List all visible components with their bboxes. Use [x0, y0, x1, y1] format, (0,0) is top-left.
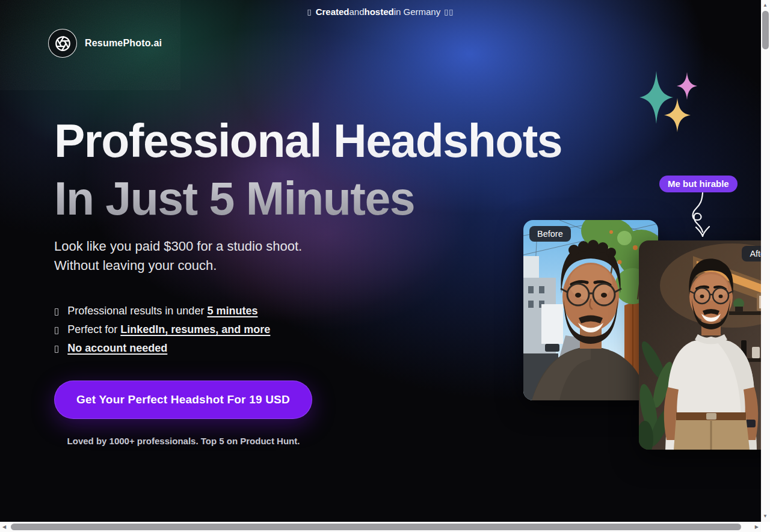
- hero-section: Professional Headshots In Just 5 Minutes…: [54, 112, 602, 446]
- vertical-scrollbar-thumb[interactable]: [762, 11, 769, 49]
- check-missing-glyph: ▯: [54, 343, 60, 353]
- feature-text: Perfect for: [67, 323, 120, 335]
- feature-highlight: No account needed: [67, 342, 167, 354]
- subheadline: Look like you paid $300 for a studio sho…: [54, 237, 602, 275]
- banner-created: Created: [316, 7, 350, 17]
- feature-list: ▯Professional results in under 5 minutes…: [54, 302, 602, 358]
- browser-viewport: ▯Created and hosted in Germany▯▯ ResumeP…: [0, 0, 770, 532]
- scroll-left-arrow[interactable]: ◀: [2, 525, 6, 530]
- logo[interactable]: ResumePhoto.ai: [48, 29, 162, 58]
- check-missing-glyph: ▯: [54, 306, 60, 316]
- feature-item-speed: ▯Professional results in under 5 minutes: [54, 302, 602, 320]
- headline-line-1: Professional Headshots: [54, 112, 602, 170]
- scroll-up-arrow[interactable]: ▲: [763, 3, 768, 8]
- me-but-hirable-badge: Me but hirable: [659, 176, 738, 192]
- flag-missing-glyph: ▯: [307, 7, 312, 16]
- subhead-line-2: Without leaving your couch.: [54, 256, 602, 275]
- feature-highlight: LinkedIn, resumes, and more: [120, 323, 270, 335]
- feature-item-no-account: ▯No account needed: [54, 339, 602, 358]
- feature-text: Professional results in under: [67, 305, 207, 317]
- after-photo-card: After: [639, 240, 761, 450]
- headline-line-2: In Just 5 Minutes: [54, 170, 602, 227]
- subhead-line-1: Look like you paid $300 for a studio sho…: [54, 237, 602, 256]
- social-proof-text: Loved by 1000+ professionals. Top 5 on P…: [54, 436, 313, 446]
- feature-highlight: 5 minutes: [207, 305, 257, 317]
- get-headshot-button[interactable]: Get Your Perfect Headshot For 19 USD: [54, 381, 312, 419]
- after-photo: [639, 240, 761, 450]
- banner-location: in Germany: [394, 7, 441, 17]
- banner-and: and: [349, 7, 364, 17]
- before-photo-card: Before: [523, 220, 658, 400]
- before-photo: [523, 220, 658, 400]
- horizontal-scrollbar-thumb[interactable]: [11, 524, 741, 530]
- top-banner: ▯Created and hosted in Germany▯▯: [0, 0, 761, 23]
- landing-page: ▯Created and hosted in Germany▯▯ ResumeP…: [0, 0, 761, 522]
- after-badge: After: [742, 246, 761, 261]
- hand-drawn-arrow-icon: [685, 192, 713, 237]
- page-title: Professional Headshots In Just 5 Minutes: [54, 112, 602, 227]
- de-flag-missing-glyph: ▯▯: [444, 7, 454, 16]
- scroll-down-arrow[interactable]: ▼: [763, 514, 768, 519]
- before-badge: Before: [529, 226, 571, 242]
- sparkle-yellow-icon: [664, 98, 691, 135]
- scrollbar-corner: [761, 522, 770, 532]
- logo-wordmark: ResumePhoto.ai: [85, 38, 162, 49]
- feature-item-linkedin: ▯Perfect for LinkedIn, resumes, and more: [54, 320, 602, 339]
- scroll-right-arrow[interactable]: ▶: [755, 525, 759, 530]
- vertical-scrollbar[interactable]: ▲ ▼: [761, 0, 770, 522]
- aperture-icon: [48, 29, 77, 58]
- banner-hosted: hosted: [365, 7, 394, 17]
- horizontal-scrollbar[interactable]: ◀ ▶: [0, 522, 761, 532]
- check-missing-glyph: ▯: [54, 325, 60, 335]
